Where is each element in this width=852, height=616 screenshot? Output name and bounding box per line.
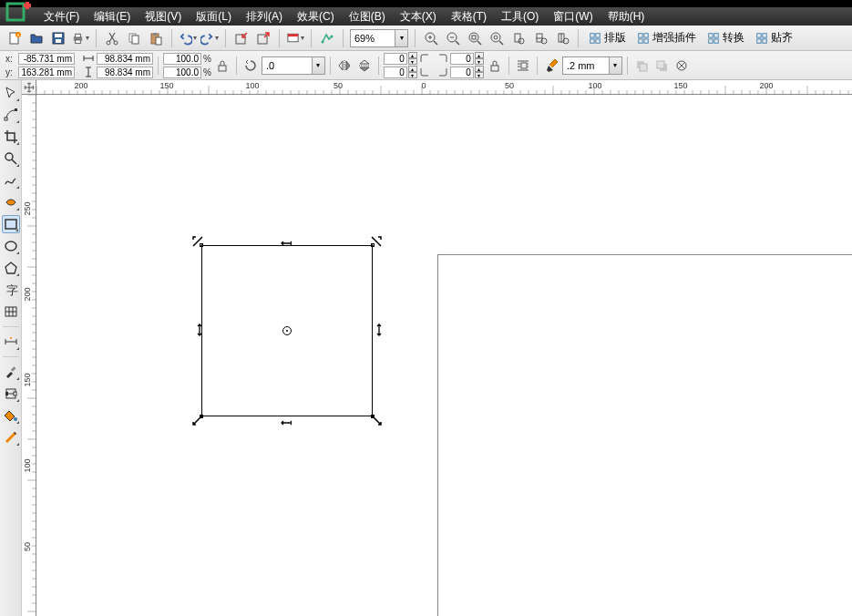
corner-bl-input[interactable]: [384, 67, 407, 78]
menu-edit[interactable]: 编辑(E): [87, 7, 138, 26]
zoom-page-icon[interactable]: [509, 29, 528, 47]
resize-handle-bl[interactable]: [192, 415, 203, 426]
selected-rectangle[interactable]: [201, 245, 373, 416]
text-wrap-icon[interactable]: [514, 56, 532, 75]
interactive-fill-icon[interactable]: [2, 385, 20, 403]
menu-help[interactable]: 帮助(H): [601, 7, 652, 26]
width-input[interactable]: [97, 53, 153, 65]
polygon-tool-icon[interactable]: [2, 259, 20, 277]
zoom-out-icon[interactable]: [444, 29, 462, 47]
resize-handle-t[interactable]: [281, 238, 292, 249]
resize-handle-r[interactable]: [374, 324, 385, 335]
zoom-height-icon[interactable]: [553, 29, 571, 47]
scale-x-input[interactable]: [163, 53, 201, 65]
enhance-button[interactable]: 增强插件: [633, 29, 700, 47]
spin-down[interactable]: ▾: [408, 58, 417, 65]
spin-up[interactable]: ▴: [475, 66, 484, 72]
spin-down[interactable]: ▾: [408, 72, 417, 78]
spin-up[interactable]: ▴: [408, 66, 417, 72]
zoom-in-icon[interactable]: [422, 29, 440, 47]
ellipse-tool-icon[interactable]: [2, 237, 20, 255]
zoom-input[interactable]: [351, 30, 395, 46]
smart-fill-icon[interactable]: [2, 193, 20, 211]
fill-tool-icon[interactable]: [2, 406, 20, 425]
resize-handle-tr[interactable]: [371, 236, 382, 247]
svg-point-13: [114, 41, 118, 45]
y-input[interactable]: [18, 67, 75, 78]
menu-bitmap[interactable]: 位图(B): [342, 7, 393, 26]
snap-options-icon[interactable]: [318, 29, 336, 47]
x-input[interactable]: [18, 53, 75, 65]
menu-table[interactable]: 表格(T): [444, 7, 494, 26]
lock-ratio-icon[interactable]: [213, 56, 231, 75]
zoom-tool-icon[interactable]: [2, 149, 20, 168]
resize-handle-b[interactable]: [281, 417, 292, 428]
ruler-horizontal[interactable]: 20015010050050100150200: [22, 80, 852, 95]
save-icon[interactable]: [49, 29, 67, 47]
shape-tool-icon[interactable]: [2, 106, 20, 124]
spin-down[interactable]: ▾: [475, 58, 484, 65]
rotation-combo[interactable]: ▾: [262, 56, 325, 75]
canvas[interactable]: [36, 95, 852, 616]
corner-lock-icon[interactable]: [486, 56, 504, 75]
table-tool-icon[interactable]: [2, 303, 20, 321]
copy-icon[interactable]: [125, 29, 143, 47]
typeset-button[interactable]: 排版: [585, 29, 630, 47]
zoom-width-icon[interactable]: [531, 29, 549, 47]
ruler-vertical[interactable]: 25020015010050: [22, 95, 36, 616]
undo-icon[interactable]: [179, 29, 197, 47]
menu-window[interactable]: 窗口(W): [546, 7, 600, 26]
eyedropper-tool-icon[interactable]: [2, 363, 20, 381]
align-button[interactable]: 贴齐: [752, 29, 796, 47]
corner-br-input[interactable]: [450, 67, 474, 78]
publish-icon[interactable]: [286, 29, 304, 47]
convert-button[interactable]: 转换: [703, 29, 748, 47]
resize-handle-tl[interactable]: [192, 236, 203, 247]
center-handle-icon[interactable]: [282, 326, 292, 335]
menu-view[interactable]: 视图(V): [138, 7, 189, 26]
mirror-v-icon[interactable]: [355, 56, 374, 75]
menu-effects[interactable]: 效果(C): [290, 7, 342, 26]
convert-curves-icon[interactable]: [672, 56, 691, 75]
menu-layout[interactable]: 版面(L): [189, 7, 239, 26]
menu-text[interactable]: 文本(X): [393, 7, 444, 26]
rotation-input[interactable]: [262, 57, 312, 74]
zoom-selection-icon[interactable]: [466, 29, 484, 47]
mirror-h-icon[interactable]: [335, 56, 354, 75]
pick-tool-icon[interactable]: [2, 84, 20, 102]
paste-icon[interactable]: [147, 29, 165, 47]
menu-arrange[interactable]: 排列(A): [239, 7, 290, 26]
outline-width-input[interactable]: [563, 57, 609, 74]
new-icon[interactable]: +: [5, 29, 24, 47]
zoom-all-icon[interactable]: [488, 29, 506, 47]
freehand-tool-icon[interactable]: [2, 171, 20, 190]
cut-icon[interactable]: [103, 29, 121, 47]
text-tool-icon[interactable]: 字: [2, 281, 20, 299]
dimension-tool-icon[interactable]: [2, 333, 20, 351]
svg-rect-49: [596, 38, 600, 42]
spin-down[interactable]: ▾: [475, 72, 484, 78]
menu-file[interactable]: 文件(F): [36, 7, 87, 26]
zoom-dropdown-arrow[interactable]: ▾: [395, 30, 407, 46]
import-icon[interactable]: [232, 29, 251, 47]
height-input[interactable]: [97, 67, 153, 78]
crop-tool-icon[interactable]: [2, 128, 20, 146]
corner-tr-input[interactable]: [450, 53, 474, 65]
resize-handle-br[interactable]: [371, 415, 382, 426]
redo-icon[interactable]: [200, 29, 219, 47]
export-icon[interactable]: [254, 29, 272, 47]
zoom-combo[interactable]: ▾: [350, 29, 408, 47]
corner-br-icon: [436, 67, 449, 77]
spin-up[interactable]: ▴: [408, 52, 417, 58]
resize-handle-l[interactable]: [194, 324, 205, 335]
spin-up[interactable]: ▴: [475, 52, 484, 58]
rectangle-tool-icon[interactable]: [2, 215, 20, 233]
ruler-origin-icon[interactable]: [22, 80, 36, 95]
print-icon[interactable]: [71, 29, 89, 47]
outline-width-combo[interactable]: ▾: [562, 56, 622, 75]
outline-tool-icon[interactable]: [2, 428, 20, 447]
scale-y-input[interactable]: [163, 67, 201, 78]
menu-tools[interactable]: 工具(O): [494, 7, 546, 26]
corner-tl-input[interactable]: [384, 53, 407, 65]
open-icon[interactable]: [27, 29, 46, 47]
